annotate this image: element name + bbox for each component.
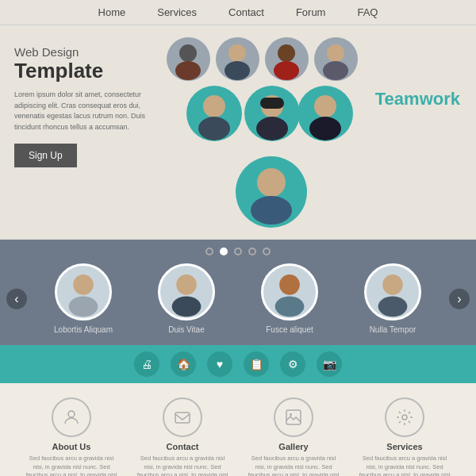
svg-point-1 [175, 61, 201, 80]
web-design-label: Web Design [14, 45, 173, 59]
dot-1[interactable] [205, 248, 213, 255]
svg-point-20 [172, 297, 202, 317]
avatar-7 [298, 86, 353, 141]
footer-text-gallery: Sed faucibus arcu a gravida nisl nisi, i… [246, 455, 341, 476]
svg-point-13 [314, 95, 336, 117]
avatar-4 [314, 37, 358, 81]
carousel-section: ‹ Lobortis Aliquam Duis Vitae Fusce aliq… [0, 240, 476, 345]
svg-rect-11 [260, 98, 284, 109]
icon-home[interactable]: 🏠 [171, 351, 196, 377]
dot-4[interactable] [248, 248, 256, 255]
svg-point-24 [378, 297, 408, 317]
carousel-prev-button[interactable]: ‹ [6, 288, 27, 309]
svg-point-23 [382, 274, 403, 295]
team-name-4: Nulla Tempor [370, 325, 416, 334]
signup-button[interactable]: Sign Up [14, 144, 77, 167]
svg-rect-27 [286, 410, 301, 424]
footer-icon-services [385, 397, 424, 437]
svg-point-5 [274, 61, 299, 80]
footer-title-gallery: Gallery [278, 442, 308, 451]
team-avatar-4 [364, 263, 421, 321]
nav-home[interactable]: Home [98, 6, 126, 18]
svg-point-9 [198, 117, 230, 140]
icon-settings[interactable]: ⚙ [280, 351, 305, 377]
work-part: work [420, 89, 460, 109]
svg-point-8 [203, 95, 225, 117]
nav-contact[interactable]: Contact [228, 6, 264, 18]
nav-faq[interactable]: FAQ [357, 6, 378, 18]
icon-print[interactable]: 🖨 [134, 351, 159, 377]
team-member-3: Fusce aliquet [246, 263, 333, 334]
nav-services[interactable]: Services [157, 6, 197, 18]
footer-text-services: Sed faucibus arcu a gravida nisl nisi, i… [357, 455, 452, 476]
team-name-2: Duis Vitae [168, 325, 204, 334]
team-part: Team [375, 89, 420, 109]
svg-point-15 [257, 168, 286, 197]
avatar-3 [265, 37, 309, 81]
footer-icon-about [52, 397, 91, 437]
hero-description: Lorem ipsum dolor sit amet, consectetur … [14, 90, 173, 132]
teamwork-label: Teamwork [375, 89, 460, 109]
main-nav: Home Services Contact Forum FAQ [0, 0, 476, 25]
svg-point-0 [179, 44, 197, 62]
avatar-5 [186, 86, 242, 141]
footer-card-about: About Us Sed faucibus arcu a gravida nis… [24, 397, 119, 476]
hero-text-block: Web Design Template Lorem ipsum dolor si… [14, 45, 173, 167]
footer-title-about: About Us [52, 442, 91, 451]
footer-title-services: Services [386, 442, 422, 451]
nav-forum[interactable]: Forum [296, 6, 326, 18]
team-name-3: Fusce aliquet [266, 325, 313, 334]
team-avatar-1 [55, 263, 112, 321]
footer-text-contact: Sed faucibus arcu a gravida nisl nisi, i… [135, 455, 230, 476]
svg-rect-26 [175, 413, 190, 423]
svg-point-16 [251, 196, 292, 225]
dot-3[interactable] [234, 248, 242, 255]
team-member-2: Duis Vitae [143, 263, 230, 334]
footer-title-contact: Contact [167, 442, 199, 451]
footer-card-contact: Contact Sed faucibus arcu a gravida nisl… [135, 397, 230, 476]
dot-5[interactable] [263, 248, 271, 255]
team-name-1: Lobortis Aliquam [54, 325, 113, 334]
avatar-2 [216, 37, 259, 81]
carousel-inner: Lobortis Aliquam Duis Vitae Fusce alique… [0, 263, 476, 334]
hero-section: Web Design Template Lorem ipsum dolor si… [0, 25, 476, 240]
svg-point-19 [176, 274, 197, 295]
team-avatar-2 [158, 263, 215, 321]
footer-section: About Us Sed faucibus arcu a gravida nis… [0, 383, 476, 476]
team-avatar-3 [261, 263, 318, 321]
dot-2[interactable] [220, 248, 228, 255]
footer-text-about: Sed faucibus arcu a gravida nisl nisi, i… [24, 455, 119, 476]
footer-icon-contact [163, 397, 202, 437]
carousel-dots [0, 248, 476, 255]
avatar-main [236, 156, 307, 228]
footer-card-services: Services Sed faucibus arcu a gravida nis… [357, 397, 452, 476]
svg-point-7 [323, 61, 348, 80]
svg-point-2 [228, 44, 246, 62]
svg-point-4 [278, 44, 295, 62]
icon-clipboard[interactable]: 📋 [244, 351, 269, 377]
icon-camera[interactable]: 📷 [317, 351, 342, 377]
team-member-1: Lobortis Aliquam [40, 263, 127, 334]
carousel-next-button[interactable]: › [449, 288, 470, 309]
team-member-4: Nulla Tempor [349, 263, 436, 334]
svg-point-21 [279, 274, 300, 295]
footer-icon-gallery [274, 397, 313, 437]
template-label: Template [14, 59, 173, 83]
svg-point-17 [73, 274, 94, 295]
svg-point-3 [225, 61, 250, 80]
svg-point-29 [402, 415, 407, 420]
svg-point-12 [256, 117, 288, 140]
svg-point-6 [327, 44, 344, 62]
svg-point-22 [275, 297, 305, 317]
svg-point-14 [309, 117, 341, 140]
avatar-6 [244, 86, 300, 141]
avatar-1 [167, 37, 210, 81]
svg-point-25 [68, 411, 75, 417]
avatars-cluster [159, 33, 381, 240]
icon-heart[interactable]: ♥ [207, 351, 232, 377]
icon-bar: 🖨 🏠 ♥ 📋 ⚙ 📷 [0, 345, 476, 383]
svg-point-18 [69, 297, 98, 317]
svg-point-28 [290, 413, 292, 416]
footer-card-gallery: Gallery Sed faucibus arcu a gravida nisl… [246, 397, 341, 476]
